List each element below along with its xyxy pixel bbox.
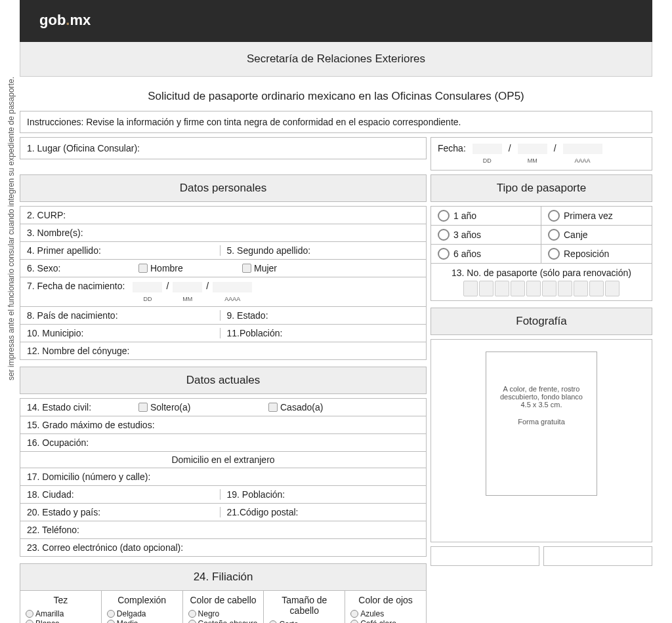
margin-note-left: ser impresas ante el funcionario consula… — [7, 0, 16, 380]
photo-box: A color, de frente, rostro descubierto, … — [430, 339, 652, 542]
field-sexo: 6. Sexo: Hombre Mujer — [20, 260, 427, 277]
fecha-aaaa-input[interactable] — [563, 144, 602, 154]
chk-soltero[interactable] — [138, 403, 148, 412]
passport-no-seg[interactable] — [574, 281, 588, 296]
fecha-mm-input[interactable] — [518, 144, 547, 154]
field-pais-estado: 8. País de nacimiento: 9. Estado: — [20, 307, 427, 325]
radio-canje[interactable] — [548, 229, 560, 241]
field-renovacion: 13. No. de pasaporte (sólo para renovaci… — [430, 264, 652, 301]
passport-no-seg[interactable] — [526, 281, 541, 296]
radio-tez-amarilla[interactable] — [26, 610, 33, 618]
fecha-dd-input[interactable] — [472, 144, 502, 154]
radio-tez-blanca[interactable] — [26, 620, 33, 623]
brand-prefix: gob — [39, 12, 66, 28]
radio-complexion-media[interactable] — [107, 620, 115, 623]
form-title: Solicitud de pasaporte ordinario mexican… — [20, 90, 652, 103]
bottom-tiles — [430, 546, 652, 566]
chk-casado[interactable] — [268, 403, 278, 412]
radio-complexion-delgada[interactable] — [107, 610, 115, 618]
filiacion-grid: Tez Amarilla Blanca Complexión Delgada M… — [20, 591, 427, 623]
instructions-box: Instrucciones: Revise la información y f… — [20, 111, 652, 133]
field-curp: 2. CURP: — [20, 206, 427, 224]
radio-3-anos[interactable] — [438, 229, 450, 241]
nac-mm-input[interactable] — [173, 282, 202, 292]
tile-left — [430, 546, 539, 566]
section-datos-actuales: Datos actuales — [20, 367, 427, 394]
photo-placeholder: A color, de frente, rostro descubierto, … — [486, 352, 597, 496]
radio-cabello-corto[interactable] — [269, 620, 277, 623]
passport-no-seg[interactable] — [589, 281, 604, 296]
passport-no-seg[interactable] — [605, 281, 620, 296]
field-fecha-nacimiento: 7. Fecha de nacimiento: DD / MM / AAAA — [20, 277, 427, 306]
section-filiacion: 24. Filiación — [20, 563, 427, 591]
field-apellidos: 4. Primer apellido: 5. Segundo apellido: — [20, 242, 427, 260]
margin-note-right: ito – Este formato es gratuito – Este fo… — [665, 616, 672, 623]
passport-no-seg[interactable] — [511, 281, 525, 296]
radio-ojos-cafe[interactable] — [350, 620, 358, 623]
section-fotografia: Fotografía — [430, 308, 652, 335]
passport-no-seg[interactable] — [558, 281, 572, 296]
field-ocupacion: 16. Ocupación: — [20, 434, 427, 452]
chk-hombre[interactable] — [138, 264, 148, 273]
field-municipio-poblacion: 10. Municipio: 11.Población: — [20, 325, 427, 342]
field-lugar: 1. Lugar (Oficina Consular): — [20, 137, 427, 159]
radio-cabello-negro[interactable] — [188, 610, 196, 618]
field-conyuge: 12. Nombre del cónyuge: — [20, 342, 427, 360]
section-tipo-pasaporte: Tipo de pasaporte — [430, 174, 652, 202]
field-correo: 23. Correo electrónico (dato opcional): — [20, 539, 427, 557]
field-nombres: 3. Nombre(s): — [20, 224, 427, 242]
passport-no-seg[interactable] — [463, 281, 478, 296]
tile-right — [543, 546, 652, 566]
nac-aaaa-input[interactable] — [213, 282, 252, 292]
radio-ojos-azules[interactable] — [350, 610, 358, 618]
nac-dd-input[interactable] — [133, 282, 162, 292]
passport-no-seg[interactable] — [479, 281, 494, 296]
field-telefono: 22. Teléfono: — [20, 521, 427, 539]
radio-reposicion[interactable] — [548, 248, 560, 260]
section-datos-personales: Datos personales — [20, 174, 427, 202]
radio-cabello-castano[interactable] — [188, 620, 196, 623]
radio-1-ano[interactable] — [438, 210, 450, 222]
passport-no-seg[interactable] — [495, 281, 509, 296]
radio-primera-vez[interactable] — [548, 210, 560, 222]
field-estadopais-cp: 20. Estado y país: 21.Código postal: — [20, 504, 427, 521]
radio-6-anos[interactable] — [438, 248, 450, 260]
subheader-domicilio: Domicilio en el extranjero — [20, 452, 427, 468]
site-header: gob.mx — [20, 0, 652, 42]
field-estudios: 15. Grado máximo de estudios: — [20, 416, 427, 434]
passport-type-grid: 1 año Primera vez 3 años Canje 6 años Re… — [430, 206, 652, 264]
brand-suffix: mx — [70, 12, 91, 28]
passport-no-seg[interactable] — [542, 281, 556, 296]
ministry-name: Secretaría de Relaciones Exteriores — [20, 42, 652, 77]
field-ciudad-poblacion: 18. Ciudad: 19. Población: — [20, 486, 427, 504]
chk-mujer[interactable] — [242, 264, 251, 273]
field-fecha: Fecha: DD / MM / AAAA — [430, 137, 652, 171]
field-domicilio: 17. Domicilio (número y calle): — [20, 468, 427, 486]
field-estado-civil: 14. Estado civil: Soltero(a) Casado(a) — [20, 398, 427, 416]
